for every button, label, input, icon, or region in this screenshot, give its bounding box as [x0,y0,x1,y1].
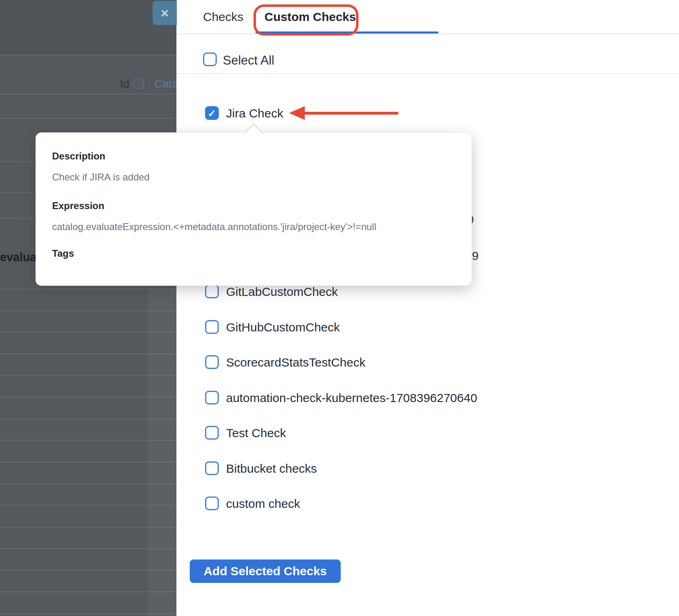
dimmed-backdrop: Id i : Cata evaluat [0,0,176,616]
backdrop-table-top-band [0,0,176,55]
check-label[interactable]: automation-check-kubernetes-170839627064… [226,391,477,405]
backdrop-table-header: Id i : Cata [0,78,176,91]
close-icon: × [161,5,169,21]
table-row-line [0,462,176,463]
table-header-value: Cata [154,78,176,90]
select-all-checkbox[interactable] [203,52,217,66]
tooltip-description-text: Check if JIRA is added [52,172,149,183]
table-row-line [0,161,36,162]
check-checkbox[interactable] [205,320,219,334]
tooltip-caret-fill [245,125,262,133]
header-divider [176,73,679,74]
table-row-line [0,483,176,484]
table-row-line [0,55,176,56]
backdrop-table-highlight-column [148,289,176,616]
check-checkbox[interactable] [205,391,219,404]
add-selected-checks-button[interactable]: Add Selected Checks [190,559,341,583]
table-row-line [0,548,176,549]
check-label[interactable]: ScorecardStatsTestCheck [226,356,365,369]
table-row-line [0,440,176,441]
backdrop-table-cell-fragment: evaluat [0,251,40,264]
table-row-line [0,289,176,289]
table-row-line [0,218,36,219]
tooltip-expression-heading: Expression [52,200,104,212]
tooltip-tags-heading: Tags [52,248,74,259]
tooltip-expression-text: catalog.evaluateExpression.<+metadata.an… [52,221,376,233]
check-label[interactable]: Bitbucket checks [226,462,317,476]
table-row-line [0,354,176,354]
check-checkbox[interactable] [205,497,219,510]
table-row-line [0,310,176,311]
close-drawer-button[interactable]: × [153,1,177,25]
table-row-line [0,375,176,376]
table-row-line [0,591,176,592]
table-row-line [0,613,176,614]
check-checkbox[interactable]: ✓ [205,106,219,120]
check-checkbox[interactable] [205,285,219,298]
table-row-line [0,419,176,419]
check-label[interactable]: GitHubCustomCheck [226,321,340,334]
table-row-line [0,94,176,94]
check-checkbox[interactable] [205,355,219,369]
check-checkbox[interactable] [205,426,219,440]
tooltip-description-heading: Description [52,151,105,162]
check-label[interactable]: GitLabCustomCheck [226,285,338,299]
check-label[interactable]: Test Check [226,426,286,440]
check-details-tooltip: Description Check if JIRA is added Expre… [36,132,472,286]
checks-drawer-panel: Checks Custom Checks Select All ✓Jira Ch… [176,0,679,616]
select-all-label[interactable]: Select All [223,53,275,68]
table-header-separator: : [148,78,151,90]
tab-custom-checks[interactable]: Custom Checks [264,10,356,24]
table-row-line [0,332,176,333]
table-header-id-label: Id [120,78,129,90]
occluded-check-label-fragment: 9 [472,249,479,263]
table-row-line [0,397,176,398]
check-label[interactable]: custom check [226,497,300,511]
table-row-line [0,118,176,119]
tabbar-bottom-border [176,34,679,34]
table-row-line [0,505,176,506]
check-label[interactable]: Jira Check [226,107,283,120]
info-icon: i [133,78,144,89]
tab-checks[interactable]: Checks [203,10,243,24]
table-row-line [0,193,36,193]
table-row-line [0,527,176,528]
table-row-line [0,570,176,571]
check-checkbox[interactable] [205,461,219,475]
